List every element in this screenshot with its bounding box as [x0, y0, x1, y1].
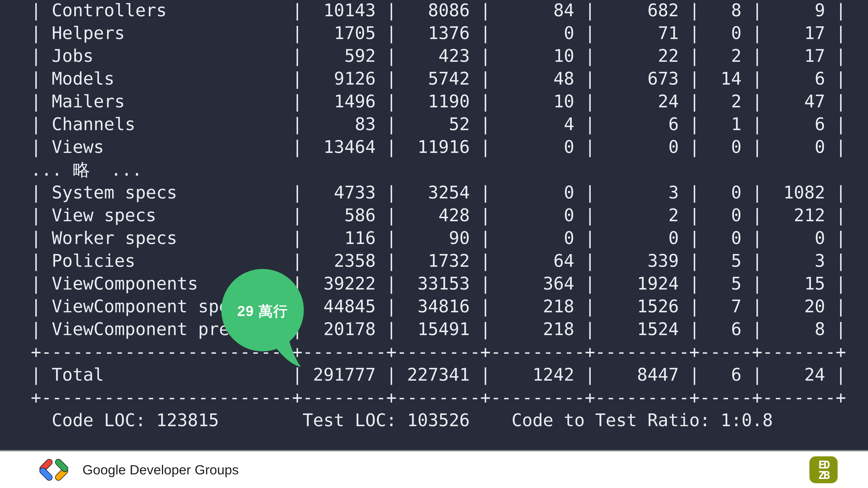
terminal-output: | Controllers | 10143 | 8086 | 84 | 682 … [31, 0, 846, 432]
badge-monogram-bottom: ZB [818, 470, 829, 480]
gdg-logo-icon [36, 459, 71, 481]
footer-bar: Google Developer Groups ED ZB [0, 450, 868, 488]
gdg-brand: Google Developer Groups [36, 459, 239, 481]
callout-bubble: 29 萬行 [221, 269, 306, 369]
terminal-window: | Controllers | 10143 | 8086 | 84 | 682 … [0, 0, 868, 450]
brand-text: Google Developer Groups [83, 462, 239, 477]
badge-monogram-top: ED [818, 459, 829, 470]
community-logo-badge: ED ZB [809, 456, 838, 483]
callout-text: 29 萬行 [221, 301, 304, 321]
